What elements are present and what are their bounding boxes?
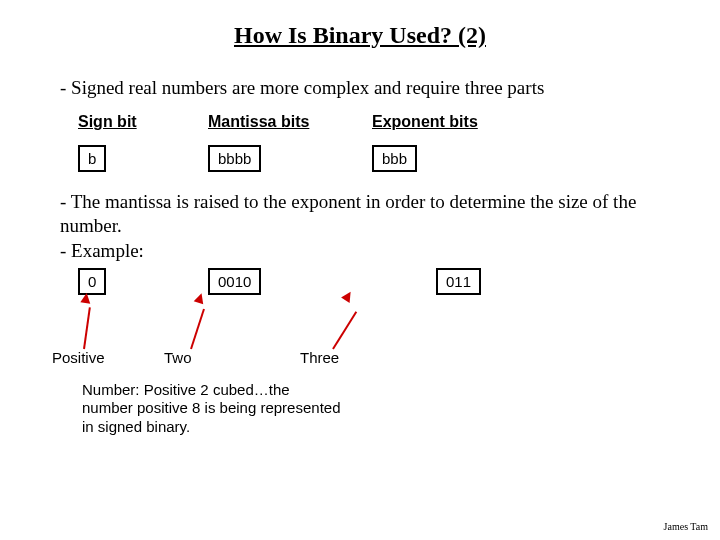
header-exponent-bits: Exponent bits (372, 113, 552, 131)
arrow-line-three (332, 311, 357, 349)
arrow-line-two (190, 308, 205, 349)
label-two: Two (164, 349, 192, 366)
schema-sign-box: b (78, 145, 106, 172)
example-exponent-box: 011 (436, 268, 481, 295)
example-mantissa-box: 0010 (208, 268, 261, 295)
example-row: 0 0010 011 (78, 268, 720, 295)
arrow-labels-row: Positive Two Three (0, 349, 720, 371)
header-sign-bit: Sign bit (78, 113, 208, 131)
page-title: How Is Binary Used? (2) (0, 22, 720, 49)
schema-exponent-box: bbb (372, 145, 417, 172)
bullet-intro: - Signed real numbers are more complex a… (60, 77, 720, 99)
label-positive: Positive (52, 349, 105, 366)
header-mantissa-bits: Mantissa bits (208, 113, 372, 131)
bullet-mantissa-raised: - The mantissa is raised to the exponent… (60, 190, 720, 238)
arrow-line-positive (83, 307, 91, 349)
footer-author: James Tam (664, 521, 708, 532)
arrows-region (0, 299, 720, 349)
schema-row: b bbbb bbb (78, 145, 720, 172)
schema-mantissa-box: bbbb (208, 145, 261, 172)
label-three: Three (300, 349, 339, 366)
conclusion-text: Number: Positive 2 cubed…the number posi… (82, 381, 342, 437)
bullet-example: - Example: (60, 240, 720, 262)
column-headers-row: Sign bit Mantissa bits Exponent bits (78, 113, 720, 131)
arrow-head-positive (80, 292, 91, 303)
example-sign-box: 0 (78, 268, 106, 295)
